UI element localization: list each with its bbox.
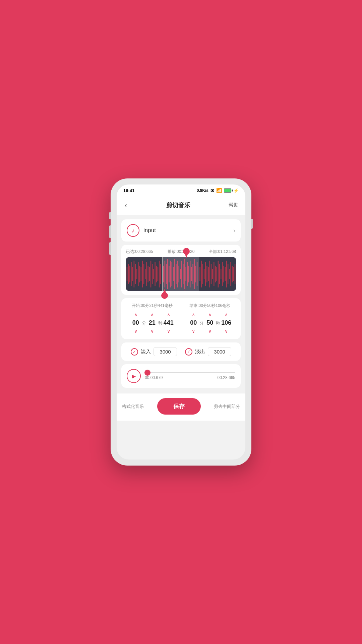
end-seconds-down[interactable]: ∨ — [206, 328, 214, 334]
svg-rect-57 — [201, 261, 202, 287]
start-sec-unit: 秒 — [158, 320, 163, 326]
svg-rect-26 — [155, 262, 156, 286]
cut-middle-button[interactable]: 剪去中间部分 — [214, 404, 240, 410]
phone-frame: 16:41 0.8K/s ✉ 📶 ⚡ ‹ 剪切音乐 帮助 ♪ input — [111, 178, 251, 466]
player-progress-area: 00:00:679 00:28:665 — [145, 372, 235, 380]
svg-point-86 — [161, 292, 168, 299]
start-time-label: 开始:00分21秒441毫秒 — [127, 303, 178, 309]
fade-in-checkbox[interactable]: ✓ — [131, 348, 138, 356]
start-minutes-up[interactable]: ∧ — [132, 311, 139, 318]
svg-rect-74 — [225, 267, 226, 281]
progress-bar-track[interactable] — [145, 372, 235, 373]
svg-rect-19 — [145, 269, 146, 279]
end-minutes-up[interactable]: ∧ — [190, 311, 197, 318]
end-time-fields: ∧ 00 ∨ 分 ∧ 50 ∨ 秒 — [185, 311, 236, 334]
battery-icon — [224, 189, 231, 193]
time-divider — [181, 303, 181, 334]
waveform-container[interactable] — [126, 257, 236, 291]
svg-rect-69 — [218, 261, 219, 287]
end-time-label: 结束:00分50秒106毫秒 — [185, 303, 236, 309]
svg-rect-10 — [132, 267, 133, 281]
start-minutes-down[interactable]: ∨ — [132, 328, 139, 334]
end-minutes-down[interactable]: ∨ — [190, 328, 197, 334]
svg-rect-11 — [134, 261, 135, 287]
time-info: 已选:00:28:665 播放:00:22:120 全部:01:12:568 — [126, 249, 236, 255]
svg-rect-14 — [138, 262, 139, 286]
playhead-pin-top[interactable] — [182, 248, 190, 261]
svg-rect-73 — [223, 266, 224, 282]
play-button[interactable]: ▶ — [127, 369, 141, 383]
end-time-section: 结束:00分50秒106毫秒 ∧ 00 ∨ 分 ∧ 50 ∨ — [183, 303, 238, 334]
playhead-pin-bottom[interactable] — [161, 287, 169, 300]
svg-rect-22 — [149, 267, 150, 281]
start-time-section: 开始:00分21秒441毫秒 ∧ 00 ∨ 分 ∧ 21 ∨ — [125, 303, 180, 334]
svg-rect-82 — [163, 257, 199, 291]
svg-rect-75 — [226, 261, 227, 287]
svg-rect-21 — [147, 266, 148, 282]
file-selector-card[interactable]: ♪ input › — [121, 219, 241, 241]
svg-rect-6 — [127, 267, 128, 281]
svg-rect-27 — [156, 266, 157, 282]
svg-rect-59 — [204, 269, 205, 279]
start-min-unit: 分 — [142, 320, 146, 326]
chevron-right-icon: › — [233, 227, 235, 234]
start-seconds-group: ∧ 21 ∨ — [147, 311, 157, 334]
progress-times: 00:00:679 00:28:665 — [145, 375, 235, 380]
svg-rect-13 — [136, 269, 137, 279]
svg-rect-7 — [128, 264, 129, 284]
side-button-left-1 — [109, 212, 111, 219]
music-icon: ♪ — [127, 224, 139, 237]
fade-out-input[interactable] — [208, 347, 231, 356]
start-seconds-value: 21 — [147, 319, 157, 326]
start-seconds-up[interactable]: ∧ — [148, 311, 156, 318]
end-minutes-group: ∧ 00 ∨ — [188, 311, 198, 334]
svg-rect-66 — [214, 262, 215, 286]
input-row: ♪ input › — [127, 224, 235, 237]
start-minutes-group: ∧ 00 ∨ — [131, 311, 141, 334]
fade-in-section: ✓ 淡入 — [131, 347, 177, 356]
progress-thumb[interactable] — [144, 370, 150, 376]
svg-rect-77 — [229, 269, 230, 279]
fade-in-label: 淡入 — [141, 348, 151, 355]
content-area: ♪ input › 已选:00:28:665 播放:00:22:120 全部:0… — [117, 215, 245, 392]
svg-rect-8 — [129, 266, 130, 282]
wifi-icon: 📶 — [216, 188, 222, 193]
end-ms-up[interactable]: ∧ — [223, 311, 230, 318]
fade-out-checkbox[interactable]: ✓ — [185, 348, 192, 356]
current-time: 00:00:679 — [145, 375, 163, 380]
fade-in-input[interactable] — [154, 347, 177, 356]
save-button[interactable]: 保存 — [157, 398, 201, 415]
start-seconds-down[interactable]: ∨ — [148, 328, 156, 334]
time-edit-card: 开始:00分21秒441毫秒 ∧ 00 ∨ 分 ∧ 21 ∨ — [121, 298, 241, 339]
phone-screen: 16:41 0.8K/s ✉ 📶 ⚡ ‹ 剪切音乐 帮助 ♪ input — [117, 184, 245, 460]
file-name: input — [143, 227, 156, 234]
svg-rect-81 — [235, 264, 236, 284]
end-seconds-group: ∧ 50 ∨ — [205, 311, 215, 334]
side-button-right — [251, 219, 253, 229]
total-duration: 00:28:665 — [218, 375, 235, 380]
end-ms-down[interactable]: ∨ — [223, 328, 230, 334]
svg-rect-68 — [216, 267, 217, 281]
svg-rect-30 — [160, 264, 161, 284]
player-card: ▶ 00:00:679 00:28:665 — [121, 364, 241, 388]
svg-rect-17 — [142, 261, 143, 287]
svg-rect-20 — [146, 262, 147, 286]
svg-rect-24 — [152, 264, 153, 284]
svg-rect-76 — [228, 264, 229, 284]
format-music-button[interactable]: 格式化音乐 — [122, 404, 144, 410]
svg-marker-1 — [184, 253, 188, 258]
svg-rect-64 — [211, 264, 212, 284]
start-ms-up[interactable]: ∧ — [165, 311, 172, 318]
back-button[interactable]: ‹ — [123, 200, 128, 210]
svg-rect-71 — [221, 269, 222, 279]
header: ‹ 剪切音乐 帮助 — [117, 196, 245, 215]
end-seconds-value: 50 — [205, 319, 215, 326]
fade-out-label: 淡出 — [195, 348, 205, 355]
end-seconds-up[interactable]: ∧ — [206, 311, 214, 318]
start-ms-down[interactable]: ∨ — [165, 328, 172, 334]
svg-rect-12 — [135, 264, 136, 284]
player-row: ▶ 00:00:679 00:28:665 — [127, 369, 235, 383]
help-button[interactable]: 帮助 — [229, 202, 239, 208]
end-ms-group: ∧ 106 ∨ — [221, 311, 231, 334]
svg-rect-9 — [131, 262, 132, 286]
